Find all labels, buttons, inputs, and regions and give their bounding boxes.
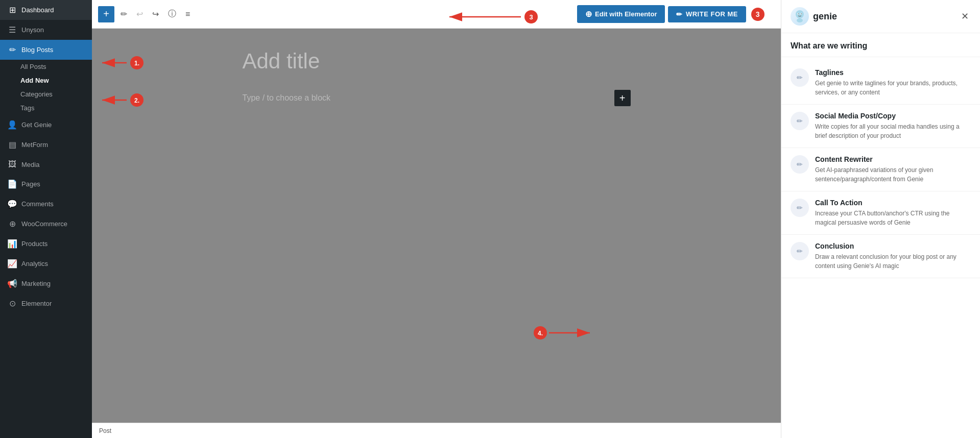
annotation-3-badge: 3 <box>751 8 764 21</box>
panel-item-social-media[interactable]: ✏ Social Media Post/Copy Write copies fo… <box>781 105 980 148</box>
sidebar-label-products: Products <box>21 240 47 248</box>
pages-icon: 📄 <box>7 179 17 189</box>
sidebar-label-media: Media <box>21 161 39 168</box>
panel-item-conclusion[interactable]: ✏ Conclusion Draw a relevant conclusion … <box>781 235 980 278</box>
sidebar-item-dashboard[interactable]: ⊞ Dashboard <box>0 0 92 20</box>
sidebar-item-unyson[interactable]: ☰ Unyson <box>0 20 92 40</box>
sidebar-label-analytics: Analytics <box>21 260 48 267</box>
conclusion-desc: Draw a relevant conclusion for your blog… <box>815 252 971 271</box>
genie-mascot-svg <box>793 9 807 23</box>
edit-with-elementor-button[interactable]: ⊕ Edit with Elementor <box>577 5 665 23</box>
undo-button[interactable]: ↩ <box>133 7 146 21</box>
bottom-bar: Post <box>92 423 781 438</box>
sidebar-label-pages: Pages <box>21 180 40 188</box>
editor-canvas: Add title Type / to choose a block + <box>243 49 631 106</box>
genie-logo-text: genie <box>813 11 837 22</box>
write-for-me-button[interactable]: ✏ WRITE FOR ME 3 <box>668 6 746 22</box>
write-for-me-icon: ✏ <box>676 10 683 18</box>
genie-logo: genie <box>791 7 837 26</box>
add-block-toolbar-button[interactable]: + <box>98 6 114 22</box>
sidebar-item-pages[interactable]: 📄 Pages <box>0 174 92 194</box>
content-rewriter-title: Content Rewriter <box>815 155 971 163</box>
panel-item-call-to-action[interactable]: ✏ Call To Action Increase your CTA butto… <box>781 191 980 235</box>
conclusion-content: Conclusion Draw a relevant conclusion fo… <box>815 242 971 271</box>
blog-posts-icon: ✏ <box>7 45 17 55</box>
panel-close-button[interactable]: ✕ <box>959 9 971 24</box>
sidebar-item-marketing[interactable]: 📢 Marketing <box>0 274 92 294</box>
sidebar-label-metform: MetForm <box>21 141 48 149</box>
call-to-action-desc: Increase your CTA button/anchor's CTR us… <box>815 209 971 227</box>
sidebar-item-comments[interactable]: 💬 Comments <box>0 194 92 214</box>
woocommerce-icon: ⊕ <box>7 219 17 229</box>
unyson-icon: ☰ <box>7 25 17 35</box>
content-rewriter-content: Content Rewriter Get AI-paraphrased vari… <box>815 155 971 184</box>
taglines-title: Taglines <box>815 68 971 77</box>
sidebar-item-blog-posts[interactable]: ✏ Blog Posts 1. <box>0 40 92 60</box>
panel-title: What are we writing <box>781 33 980 57</box>
block-placeholder-row: Type / to choose a block + <box>243 90 631 106</box>
add-block-button[interactable]: + <box>614 90 631 106</box>
social-media-desc: Write copies for all your social media h… <box>815 122 971 140</box>
dashboard-icon: ⊞ <box>7 5 17 15</box>
tools-button[interactable]: ≡ <box>182 8 193 21</box>
sidebar: ⊞ Dashboard ☰ Unyson ✏ Blog Posts 1. All… <box>0 0 92 438</box>
elementor-btn-icon: ⊕ <box>585 9 592 19</box>
info-button[interactable]: ⓘ <box>165 7 179 21</box>
call-to-action-icon: ✏ <box>791 199 809 217</box>
sidebar-item-get-genie[interactable]: 👤 Get Genie <box>0 115 92 135</box>
media-icon: 🖼 <box>7 160 17 169</box>
sidebar-label-unyson: Unyson <box>21 26 44 34</box>
sidebar-sub-item-add-new[interactable]: Add New 2. <box>0 74 92 87</box>
redo-button[interactable]: ↪ <box>149 7 162 21</box>
conclusion-title: Conclusion <box>815 242 971 250</box>
block-placeholder-text: Type / to choose a block <box>243 93 331 103</box>
svg-point-0 <box>796 10 804 18</box>
metform-icon: ▤ <box>7 140 17 150</box>
panel-header: genie ✕ <box>781 0 980 33</box>
call-to-action-content: Call To Action Increase your CTA button/… <box>815 199 971 227</box>
panel-item-content-rewriter[interactable]: ✏ Content Rewriter Get AI-paraphrased va… <box>781 148 980 191</box>
sidebar-item-media[interactable]: 🖼 Media <box>0 155 92 174</box>
sidebar-sub-item-tags[interactable]: Tags <box>0 101 92 115</box>
taglines-content: Taglines Get genie to write taglines for… <box>815 68 971 97</box>
social-media-title: Social Media Post/Copy <box>815 112 971 120</box>
sidebar-item-metform[interactable]: ▤ MetForm <box>0 135 92 155</box>
edit-elementor-label: Edit with Elementor <box>595 10 657 18</box>
sidebar-label-dashboard: Dashboard <box>21 6 54 14</box>
sidebar-sub-item-all-posts[interactable]: All Posts <box>0 60 92 74</box>
right-panel: genie ✕ What are we writing ✏ Taglines G… <box>781 0 980 438</box>
sidebar-item-elementor[interactable]: ⊙ Elementor <box>0 294 92 313</box>
analytics-icon: 📈 <box>7 259 17 269</box>
edit-pen-button[interactable]: ✏ <box>117 7 130 21</box>
comments-icon: 💬 <box>7 199 17 209</box>
sidebar-sub-item-categories[interactable]: Categories <box>0 87 92 101</box>
sidebar-item-products[interactable]: 📊 Products <box>0 234 92 254</box>
marketing-icon: 📢 <box>7 279 17 288</box>
main-wrapper: + ✏ ↩ ↪ ⓘ ≡ ⊕ Edit with Elementor ✏ WRIT… <box>92 0 781 438</box>
sidebar-item-woocommerce[interactable]: ⊕ WooCommerce <box>0 214 92 234</box>
sidebar-label-woocommerce: WooCommerce <box>21 220 67 228</box>
svg-point-4 <box>798 13 799 14</box>
conclusion-icon: ✏ <box>791 242 809 260</box>
panel-item-taglines[interactable]: ✏ Taglines Get genie to write taglines f… <box>781 61 980 105</box>
bottom-bar-label: Post <box>99 427 111 434</box>
panel-items-list: ✏ Taglines Get genie to write taglines f… <box>781 57 980 438</box>
editor-area[interactable]: Add title Type / to choose a block + <box>92 29 781 423</box>
sidebar-label-get-genie: Get Genie <box>21 121 52 129</box>
sidebar-label-blog-posts: Blog Posts <box>21 46 53 54</box>
sidebar-label-elementor: Elementor <box>21 300 52 307</box>
elementor-icon: ⊙ <box>7 299 17 308</box>
svg-point-5 <box>801 13 802 14</box>
taglines-desc: Get genie to write taglines for your bra… <box>815 79 971 97</box>
content-rewriter-icon: ✏ <box>791 155 809 174</box>
genie-logo-icon <box>791 7 809 26</box>
products-icon: 📊 <box>7 239 17 249</box>
social-media-icon: ✏ <box>791 112 809 130</box>
sidebar-item-analytics[interactable]: 📈 Analytics <box>0 254 92 274</box>
social-media-content: Social Media Post/Copy Write copies for … <box>815 112 971 140</box>
content-rewriter-desc: Get AI-paraphrased variations of your gi… <box>815 165 971 184</box>
toolbar: + ✏ ↩ ↪ ⓘ ≡ ⊕ Edit with Elementor ✏ WRIT… <box>92 0 781 29</box>
write-for-me-label: WRITE FOR ME <box>686 10 738 18</box>
sidebar-label-comments: Comments <box>21 200 54 208</box>
editor-title[interactable]: Add title <box>243 49 631 74</box>
